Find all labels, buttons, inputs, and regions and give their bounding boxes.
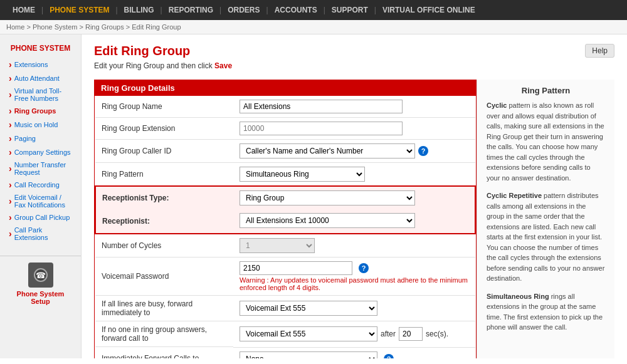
- ring-group-extension-input[interactable]: [240, 122, 403, 135]
- ring-pattern-select[interactable]: Simultaneous Ring: [240, 167, 365, 182]
- immediate-forward-select[interactable]: None: [240, 351, 377, 359]
- field-label-ring-pattern: Ring Pattern: [95, 163, 233, 187]
- receptionist-type-select[interactable]: Ring Group: [240, 190, 415, 205]
- nav-support[interactable]: SUPPORT: [325, 0, 374, 20]
- nav-virtual-office[interactable]: VIRTUAL OFFICE ONLINE: [376, 0, 482, 20]
- table-row: If all lines are busy, forward immediate…: [95, 296, 475, 321]
- field-label-busy-forward: If all lines are busy, forward immediate…: [95, 296, 233, 321]
- table-row: Ring Group Extension: [95, 118, 475, 140]
- receptionist-type-row: Receptionist Type: Ring Group: [95, 186, 475, 209]
- table-row: If no one in ring group answers, forward…: [95, 321, 475, 347]
- nav-accounts[interactable]: ACCOUNTS: [268, 0, 324, 20]
- sidebar-item-group-call-pickup[interactable]: Group Call Pickup: [0, 211, 81, 224]
- table-row: Number of Cycles 1: [95, 234, 475, 257]
- sidebar-item-company-settings[interactable]: Company Settings: [0, 145, 81, 159]
- sidebar-title: PHONE SYSTEM: [0, 41, 81, 58]
- section-header: Ring Group Details: [95, 80, 476, 96]
- form-section: Ring Group Details Ring Group Name: [94, 80, 477, 358]
- sidebar-item-call-recording[interactable]: Call Recording: [0, 178, 81, 192]
- table-row: Immediately Forward Calls to None ?: [95, 347, 475, 359]
- cyclic-pattern-block: Cyclic pattern is also known as roll ove…: [487, 100, 605, 183]
- right-panel: Ring Pattern Cyclic pattern is also know…: [477, 80, 614, 358]
- sidebar-item-extensions[interactable]: Extensions: [0, 58, 81, 71]
- top-navigation: HOME | PHONE SYSTEM | BILLING | REPORTIN…: [0, 0, 627, 20]
- after-label: after: [381, 330, 396, 338]
- sidebar-item-ring-groups[interactable]: Ring Groups: [0, 104, 81, 118]
- field-label-ring-group-extension: Ring Group Extension: [95, 118, 233, 140]
- help-button[interactable]: Help: [585, 44, 614, 58]
- cyclic-pattern-desc: pattern is also known as roll over and a…: [487, 101, 604, 182]
- page-title: Edit Ring Group: [94, 44, 232, 58]
- nav-billing[interactable]: BILLING: [118, 0, 161, 20]
- cyclic-repetitive-pattern-block: Cyclic Repetitive pattern distributes ca…: [487, 190, 605, 284]
- field-label-no-answer: If no one in ring group answers, forward…: [95, 321, 233, 347]
- num-cycles-select[interactable]: 1: [240, 238, 315, 253]
- phone-setup-icon: ☎: [28, 263, 53, 288]
- receptionist-select[interactable]: All Extensions Ext 10000: [240, 213, 415, 228]
- form-table: Ring Group Name Ring Group Extension: [95, 96, 476, 358]
- sidebar-item-paging[interactable]: Paging: [0, 132, 81, 145]
- sidebar-item-virtual-numbers[interactable]: Virtual and Toll-Free Numbers: [0, 85, 81, 104]
- table-row: Ring Pattern Simultaneous Ring: [95, 163, 475, 187]
- sidebar-item-auto-attendant[interactable]: Auto Attendant: [0, 71, 81, 85]
- setup-label[interactable]: Phone System Setup: [6, 290, 75, 305]
- table-row: Voicemail Password ? Warning : Any updat…: [95, 257, 475, 296]
- field-label-ring-group-name: Ring Group Name: [95, 96, 233, 118]
- field-label-num-cycles: Number of Cycles: [95, 234, 233, 257]
- field-label-immediate-forward: Immediately Forward Calls to: [95, 347, 233, 359]
- sidebar-item-music-on-hold[interactable]: Music on Hold: [0, 118, 81, 132]
- voicemail-info-icon[interactable]: ?: [359, 263, 369, 273]
- sidebar-item-call-park[interactable]: Call Park Extensions: [0, 224, 81, 243]
- caller-id-info-icon[interactable]: ?: [418, 146, 428, 156]
- cyclic-repetitive-desc: pattern distributes calls among all exte…: [487, 192, 604, 282]
- field-label-caller-id: Ring Group Caller ID: [95, 139, 233, 163]
- ring-group-name-input[interactable]: [240, 100, 403, 113]
- nav-phone-system[interactable]: PHONE SYSTEM: [43, 0, 115, 20]
- ring-pattern-title: Ring Pattern: [487, 86, 605, 95]
- busy-forward-select[interactable]: Voicemail Ext 555: [240, 301, 377, 316]
- voicemail-password-input[interactable]: [240, 261, 352, 275]
- cyclic-repetitive-name: Cyclic Repetitive: [487, 192, 542, 199]
- sidebar-item-number-transfer[interactable]: Number Transfer Request: [0, 159, 81, 178]
- field-label-voicemail-pw: Voicemail Password: [95, 257, 233, 296]
- immediate-forward-info-icon[interactable]: ?: [384, 354, 394, 359]
- receptionist-label: Receptionist:: [102, 217, 150, 226]
- no-answer-select[interactable]: Voicemail Ext 555: [240, 326, 377, 341]
- sec-label: sec(s).: [426, 330, 448, 338]
- table-row: Ring Group Caller ID Caller's Name and C…: [95, 139, 475, 163]
- breadcrumb: Home > Phone System > Ring Groups > Edit…: [0, 20, 627, 34]
- cyclic-pattern-name: Cyclic: [487, 101, 507, 109]
- voicemail-warning: Warning : Any updates to voicemail passw…: [240, 276, 469, 291]
- nav-home[interactable]: HOME: [6, 0, 41, 20]
- simultaneous-name: Simultaneous Ring: [487, 293, 549, 300]
- receptionist-type-label: Receptionist Type:: [102, 194, 169, 202]
- nav-orders[interactable]: ORDERS: [221, 0, 266, 20]
- main-content: Edit Ring Group Edit your Ring Group and…: [82, 34, 627, 358]
- sidebar-setup: ☎ Phone System Setup: [0, 256, 81, 311]
- svg-text:☎: ☎: [36, 271, 46, 280]
- receptionist-row: Receptionist: All Extensions Ext 10000: [95, 209, 475, 234]
- nav-reporting[interactable]: REPORTING: [162, 0, 219, 20]
- table-row: Ring Group Name: [95, 96, 475, 118]
- page-subtitle: Edit your Ring Group and then click Save: [94, 61, 232, 70]
- sidebar: PHONE SYSTEM Extensions Auto Attendant V…: [0, 34, 82, 358]
- simultaneous-pattern-block: Simultaneous Ring rings all extensions i…: [487, 291, 605, 333]
- no-answer-after-input[interactable]: [399, 327, 423, 341]
- caller-id-select[interactable]: Caller's Name and Caller's Number: [240, 143, 415, 159]
- sidebar-item-voicemail-fax[interactable]: Edit Voicemail / Fax Notifications: [0, 192, 81, 211]
